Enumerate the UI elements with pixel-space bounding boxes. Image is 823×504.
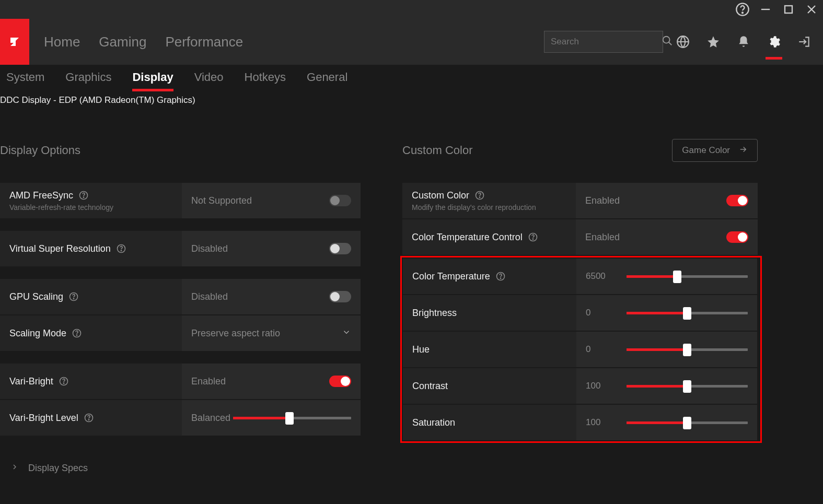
- help-icon[interactable]: [68, 291, 79, 302]
- hue-label: Hue: [412, 344, 430, 355]
- chevron-down-icon: [342, 327, 351, 339]
- game-color-label: Game Color: [682, 145, 730, 156]
- contrast-value[interactable]: 100: [586, 381, 616, 391]
- svg-point-22: [479, 197, 480, 197]
- row-vari-bright-level: Vari-Bright Level Balanced: [0, 400, 361, 436]
- scaling-mode-label: Scaling Mode: [9, 328, 66, 339]
- svg-point-18: [63, 383, 64, 383]
- custom-color-label: Custom Color: [412, 190, 469, 201]
- row-contrast: Contrast 100: [403, 368, 757, 404]
- help-icon[interactable]: [116, 243, 126, 254]
- row-saturation: Saturation 100: [403, 405, 757, 440]
- search-icon[interactable]: [662, 35, 673, 49]
- bell-icon[interactable]: [733, 31, 754, 52]
- display-specs-label: Display Specs: [28, 463, 88, 474]
- vari-bright-level-label: Vari-Bright Level: [9, 413, 78, 424]
- svg-point-6: [663, 36, 670, 43]
- custom-color-toggle[interactable]: [726, 195, 748, 206]
- row-gpu-scaling: GPU Scaling Disabled: [0, 279, 361, 314]
- saturation-value[interactable]: 100: [586, 417, 616, 428]
- nav-home[interactable]: Home: [44, 34, 80, 50]
- amd-logo[interactable]: [0, 19, 29, 65]
- tab-video[interactable]: Video: [194, 71, 224, 86]
- minimize-icon[interactable]: [758, 2, 773, 17]
- brightness-slider[interactable]: [627, 312, 748, 314]
- custom-color-title: Custom Color: [402, 144, 472, 157]
- scaling-mode-value: Preserve aspect ratio: [191, 328, 280, 339]
- nav-performance[interactable]: Performance: [165, 34, 243, 50]
- svg-line-7: [669, 42, 672, 45]
- row-vari-bright: Vari-Bright Enabled: [0, 364, 361, 399]
- svg-point-16: [76, 335, 77, 335]
- color-temp-label: Color Temperature: [412, 271, 490, 282]
- row-temp-control: Color Temperature Control Enabled: [402, 219, 758, 255]
- color-temp-slider[interactable]: [627, 275, 748, 278]
- contrast-label: Contrast: [412, 381, 448, 392]
- display-specs-toggle[interactable]: Display Specs: [0, 448, 361, 474]
- custom-color-sub: Modify the display's color reproduction: [412, 203, 566, 212]
- device-name: DDC Display - EDP (AMD Radeon(TM) Graphi…: [0, 92, 823, 106]
- game-color-button[interactable]: Game Color: [672, 139, 758, 162]
- settings-subnav: System Graphics Display Video Hotkeys Ge…: [0, 65, 823, 92]
- web-icon[interactable]: [673, 31, 693, 52]
- vari-bright-value: Enabled: [191, 376, 226, 387]
- help-icon[interactable]: [495, 271, 506, 282]
- vari-bright-level-slider[interactable]: [233, 417, 351, 419]
- saturation-slider[interactable]: [627, 421, 748, 424]
- hue-slider[interactable]: [627, 348, 748, 351]
- tab-graphics[interactable]: Graphics: [65, 71, 111, 86]
- login-icon[interactable]: [794, 31, 815, 52]
- row-scaling-mode: Scaling Mode Preserve aspect ratio: [0, 315, 361, 351]
- saturation-label: Saturation: [412, 417, 455, 428]
- window-titlebar: [0, 0, 823, 19]
- color-temp-value[interactable]: 6500: [586, 271, 616, 282]
- row-vsr: Virtual Super Resolution Disabled: [0, 231, 361, 266]
- tab-system[interactable]: System: [6, 71, 44, 86]
- help-icon[interactable]: [528, 232, 538, 242]
- display-options-title: Display Options: [0, 144, 80, 157]
- svg-point-26: [500, 278, 501, 278]
- vsr-toggle[interactable]: [329, 243, 351, 254]
- svg-rect-3: [785, 6, 792, 13]
- gear-icon[interactable]: [763, 31, 784, 52]
- svg-point-12: [121, 250, 121, 251]
- search-input[interactable]: [551, 37, 662, 47]
- contrast-slider[interactable]: [627, 385, 748, 388]
- gpu-scaling-toggle[interactable]: [329, 291, 351, 302]
- scaling-mode-dropdown[interactable]: Preserve aspect ratio: [182, 315, 361, 351]
- tab-hotkeys[interactable]: Hotkeys: [245, 71, 286, 86]
- freesync-sub: Variable-refresh-rate technology: [9, 203, 172, 212]
- tab-display[interactable]: Display: [132, 71, 173, 86]
- freesync-value: Not Supported: [191, 195, 252, 206]
- vsr-label: Virtual Super Resolution: [9, 243, 111, 254]
- help-icon[interactable]: [474, 190, 485, 201]
- help-icon[interactable]: [735, 2, 750, 17]
- vsr-value: Disabled: [191, 243, 228, 254]
- main-nav-bar: Home Gaming Performance: [0, 19, 823, 65]
- nav-gaming[interactable]: Gaming: [99, 34, 146, 50]
- gpu-scaling-label: GPU Scaling: [9, 291, 63, 302]
- help-icon[interactable]: [59, 376, 69, 386]
- temp-control-toggle[interactable]: [726, 231, 748, 243]
- freesync-label: AMD FreeSync: [9, 190, 73, 201]
- freesync-toggle: [329, 195, 351, 206]
- maximize-icon[interactable]: [781, 2, 796, 17]
- brightness-value[interactable]: 0: [586, 308, 616, 318]
- star-icon[interactable]: [703, 31, 724, 52]
- temp-control-value: Enabled: [585, 232, 620, 243]
- close-icon[interactable]: [804, 2, 819, 17]
- tab-general[interactable]: General: [307, 71, 347, 86]
- vari-bright-label: Vari-Bright: [9, 376, 53, 387]
- help-icon[interactable]: [84, 413, 94, 423]
- row-brightness: Brightness 0: [403, 295, 757, 331]
- row-freesync: AMD FreeSync Variable-refresh-rate techn…: [0, 183, 361, 218]
- row-hue: Hue 0: [403, 332, 757, 367]
- hue-value[interactable]: 0: [586, 344, 616, 355]
- search-box[interactable]: [544, 31, 663, 53]
- color-sliders-group: Color Temperature 6500 Brightness 0 Hue: [400, 256, 762, 443]
- help-icon[interactable]: [72, 328, 82, 338]
- svg-point-10: [83, 197, 84, 197]
- row-color-temp: Color Temperature 6500: [403, 259, 757, 294]
- vari-bright-toggle[interactable]: [329, 376, 351, 387]
- help-icon[interactable]: [78, 190, 89, 201]
